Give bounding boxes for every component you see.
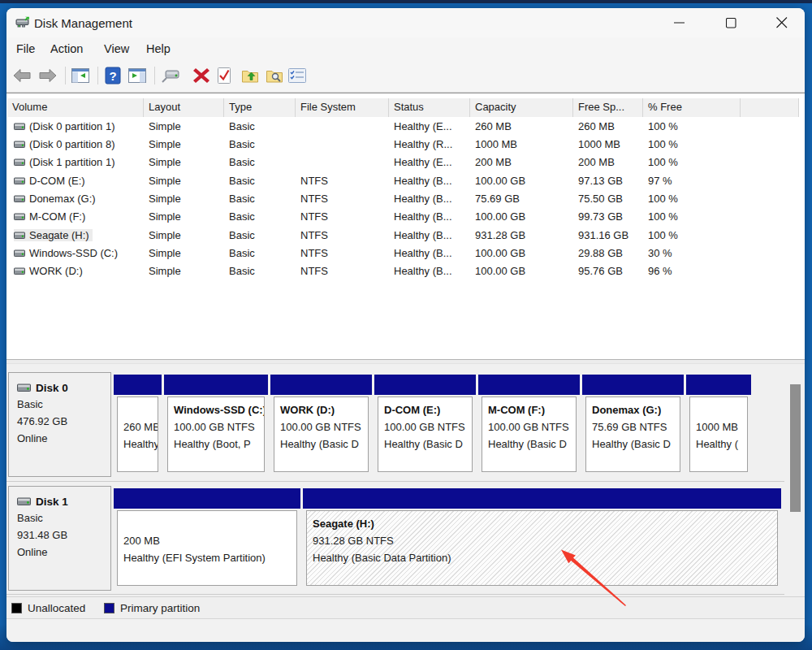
- desktop-top-strip: [0, 0, 812, 3]
- volume-cell: (Disk 0 partition 1): [7, 120, 144, 132]
- show-action-pane-icon[interactable]: [127, 65, 148, 86]
- volume-row[interactable]: WORK (D:)SimpleBasicNTFSHealthy (B...100…: [7, 262, 800, 280]
- partition-name: Seagate (H:): [313, 515, 777, 532]
- layout-cell: Simple: [144, 193, 224, 205]
- volume-label-wrap: (Disk 0 partition 8): [14, 138, 118, 150]
- partition-size-line: 1000 MB: [696, 418, 747, 436]
- checked-document-icon[interactable]: [214, 65, 235, 86]
- free-space-cell: 1000 MB: [573, 138, 643, 150]
- type-cell: Basic: [224, 247, 296, 259]
- partition-body: M-COM (F:)100.00 GB NTFSHealthy (Basic D: [482, 396, 577, 472]
- capacity-cell: 931.28 GB: [470, 229, 573, 241]
- folder-up-icon[interactable]: [240, 65, 261, 86]
- column-header-filler: [741, 98, 799, 117]
- column-header-volume[interactable]: Volume: [7, 98, 144, 117]
- menu-help[interactable]: Help: [146, 37, 171, 60]
- partition-donemax-g-[interactable]: Donemax (G:)75.69 GB NTFSHealthy (Basic …: [582, 375, 684, 472]
- volume-row[interactable]: Donemax (G:)SimpleBasicNTFSHealthy (B...…: [7, 189, 800, 207]
- status-cell: Healthy (B...: [389, 175, 470, 187]
- column-header-capacity[interactable]: Capacity: [470, 98, 573, 117]
- partition-color-band: [478, 375, 580, 395]
- layout-cell: Simple: [144, 229, 224, 241]
- column-header-type[interactable]: Type: [224, 98, 296, 117]
- forward-icon[interactable]: [37, 65, 58, 86]
- menu-view[interactable]: View: [104, 37, 129, 60]
- volume-row[interactable]: M-COM (F:)SimpleBasicNTFSHealthy (B...10…: [7, 208, 800, 226]
- column-header-file-system[interactable]: File System: [296, 98, 389, 117]
- disk-management-window: Disk Management FileActionViewHelp ? Vol…: [6, 8, 805, 642]
- volume-row[interactable]: (Disk 0 partition 1)SimpleBasicHealthy (…: [7, 117, 800, 135]
- column-header-free-sp-[interactable]: Free Sp...: [573, 98, 643, 117]
- free-space-cell: 200 MB: [573, 156, 643, 168]
- partition-name: [696, 401, 747, 418]
- partition-windows-ssd-c-[interactable]: Windows-SSD (C:)100.00 GB NTFSHealthy (B…: [164, 375, 268, 472]
- layout-cell: Simple: [144, 175, 224, 187]
- popup-window-icon[interactable]: [161, 65, 182, 86]
- graphical-view-pane: Disk 0Basic476.92 GBOnline 260 MBHealthy…: [6, 364, 805, 596]
- partition[interactable]: 260 MBHealthy (: [114, 375, 162, 472]
- status-cell: Healthy (B...: [389, 247, 470, 259]
- svg-text:?: ?: [109, 69, 116, 83]
- layout-cell: Simple: [144, 265, 224, 277]
- column-header--free[interactable]: % Free: [643, 98, 741, 117]
- partition-m-com-f-[interactable]: M-COM (F:)100.00 GB NTFSHealthy (Basic D: [478, 375, 580, 472]
- partition-color-band: [582, 375, 684, 395]
- disk-label-0[interactable]: Disk 0Basic476.92 GBOnline: [8, 372, 111, 477]
- delete-volume-icon[interactable]: [191, 65, 212, 86]
- layout-cell: Simple: [144, 156, 224, 168]
- menu-file[interactable]: File: [16, 37, 35, 60]
- volume-name: Seagate (H:): [29, 229, 89, 241]
- legend-label: Primary partition: [120, 602, 200, 614]
- partition-color-band: [114, 375, 162, 395]
- back-icon[interactable]: [11, 65, 32, 86]
- free-space-cell: 260 MB: [573, 120, 643, 132]
- partition-work-d-[interactable]: WORK (D:)100.00 GB NTFSHealthy (Basic D: [270, 375, 372, 472]
- partition-seagate-h-[interactable]: Seagate (H:)931.28 GB NTFSHealthy (Basic…: [303, 488, 781, 586]
- file-system-cell: NTFS: [296, 175, 389, 187]
- help-icon[interactable]: ?: [102, 65, 123, 86]
- free-space-cell: 29.88 GB: [573, 247, 643, 259]
- checklist-icon[interactable]: [287, 65, 308, 86]
- disk-size: 931.48 GB: [17, 526, 110, 544]
- volume-row[interactable]: Windows-SSD (C:)SimpleBasicNTFSHealthy (…: [7, 244, 800, 262]
- desktop-background: Disk Management FileActionViewHelp ? Vol…: [0, 0, 812, 650]
- partition[interactable]: 1000 MBHealthy (: [686, 375, 751, 472]
- free-space-cell: 97.13 GB: [573, 175, 643, 187]
- volume-cell: D-COM (E:): [7, 175, 144, 187]
- disk-row-0: Disk 0Basic476.92 GBOnline 260 MBHealthy…: [6, 370, 805, 479]
- status-cell: Healthy (E...: [389, 156, 470, 168]
- volume-row[interactable]: (Disk 0 partition 8)SimpleBasicHealthy (…: [7, 135, 800, 153]
- folder-search-icon[interactable]: [264, 65, 285, 86]
- toolbar-separator: [65, 67, 66, 84]
- column-header-layout[interactable]: Layout: [144, 98, 224, 117]
- type-cell: Basic: [224, 210, 296, 223]
- partition-name: [123, 401, 158, 418]
- volume-cell: Seagate (H:): [7, 229, 144, 241]
- volume-row[interactable]: D-COM (E:)SimpleBasicNTFSHealthy (B...10…: [7, 171, 800, 189]
- partition-body: Seagate (H:)931.28 GB NTFSHealthy (Basic…: [306, 510, 778, 586]
- minimize-button[interactable]: [661, 8, 698, 37]
- partition-status-line: Healthy (: [696, 436, 747, 453]
- partition-color-band: [303, 488, 781, 509]
- vertical-scrollbar-thumb[interactable]: [790, 384, 801, 512]
- free-space-cell: 931.16 GB: [573, 229, 643, 241]
- close-button[interactable]: [763, 8, 801, 37]
- disk-label-1[interactable]: Disk 1Basic931.48 GBOnline: [8, 486, 111, 591]
- column-header-status[interactable]: Status: [389, 98, 470, 117]
- partition[interactable]: 200 MBHealthy (EFI System Partition): [114, 488, 300, 586]
- partition-body: 1000 MBHealthy (: [689, 396, 748, 472]
- partition-body: 260 MBHealthy (: [117, 396, 158, 472]
- volume-row[interactable]: (Disk 1 partition 1)SimpleBasicHealthy (…: [7, 154, 800, 171]
- free-space-cell: 99.73 GB: [573, 210, 643, 223]
- maximize-button[interactable]: [712, 8, 749, 37]
- partition-d-com-e-[interactable]: D-COM (E:)100.00 GB NTFSHealthy (Basic D: [374, 375, 476, 472]
- volume-row[interactable]: Seagate (H:)SimpleBasicNTFSHealthy (B...…: [7, 226, 800, 244]
- menu-action[interactable]: Action: [50, 37, 83, 60]
- legend-bar: UnallocatedPrimary partition: [6, 596, 805, 618]
- partition-status-line: Healthy (Basic D: [280, 436, 368, 453]
- disk-status: Online: [17, 430, 110, 447]
- partition-status-line: Healthy (EFI System Partition): [123, 549, 296, 566]
- volume-label-wrap: Donemax (G:): [14, 193, 99, 205]
- show-console-tree-icon[interactable]: [70, 65, 91, 86]
- pct-free-cell: 100 %: [643, 138, 741, 150]
